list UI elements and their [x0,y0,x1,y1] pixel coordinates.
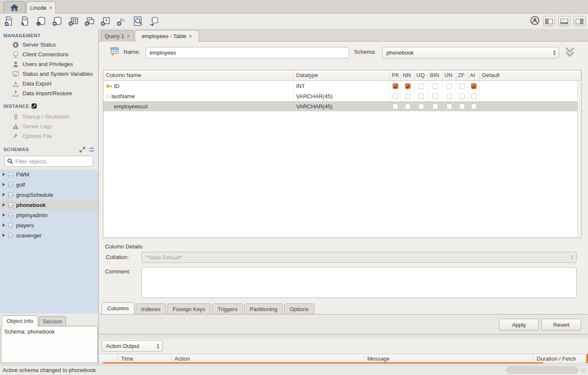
header-datatype[interactable]: Datatype [294,70,390,81]
expand-icon[interactable] [80,147,85,152]
expander-icon[interactable] [3,213,5,217]
table-row-lastname[interactable]: ◇ lastName VARCHAR(45) [103,91,581,101]
sidebar-item-users-privileges[interactable]: Users and Privileges [0,59,98,69]
grid-vertical-scrollbar[interactable] [577,81,581,237]
search-objects-icon[interactable] [132,16,143,27]
tab-object-info[interactable]: Object Info [2,315,38,326]
close-icon[interactable]: × [127,33,130,39]
tab-employees-table[interactable]: employees - Table × [135,30,199,42]
tab-session[interactable]: Session [39,316,66,326]
create-table-icon[interactable] [68,16,79,27]
table-row-id[interactable]: ID INT [103,81,581,91]
column-default[interactable] [480,91,581,101]
apply-button[interactable]: Apply [499,319,539,331]
create-procedure-icon[interactable] [100,16,111,27]
collation-select[interactable]: *Table Default* [141,252,577,263]
toggle-left-panel-button[interactable] [543,16,555,26]
header-message[interactable]: Message [364,354,533,363]
checkbox-un[interactable] [447,94,452,99]
expander-icon[interactable] [3,203,5,207]
column-datatype[interactable]: VARCHAR(45) [294,91,390,101]
tab-options[interactable]: Options [284,303,314,314]
checkbox-un[interactable] [447,104,452,109]
checkbox-uq[interactable] [419,94,424,99]
tab-foreign-keys[interactable]: Foreign Keys [167,303,211,314]
sidebar-item-options-file[interactable]: Options File [0,131,98,141]
header-time[interactable]: Time [118,354,171,363]
sidebar-item-server-status[interactable]: Server Status [0,40,98,50]
horizontal-scrollbar-thumb[interactable] [506,367,578,374]
schema-item-golf[interactable]: golf [0,179,99,190]
checkbox-pk[interactable] [393,104,398,109]
checkbox-uq[interactable] [419,83,424,89]
toggle-bottom-panel-button[interactable] [558,16,570,26]
tab-query-1[interactable]: Query 1 × [101,30,134,41]
checkbox-bin[interactable] [433,83,438,89]
sidebar-item-data-export[interactable]: Data Export [0,79,98,88]
output-splitter[interactable] [99,334,588,339]
checkbox-nn[interactable] [405,83,410,89]
header-bin[interactable]: BIN [428,70,443,81]
schema-item-fwm[interactable]: FWM [0,169,99,179]
checkbox-bin[interactable] [433,94,438,99]
checkbox-zf[interactable] [459,104,465,109]
schema-select[interactable]: phonebook [382,47,559,58]
schema-item-scavenger[interactable]: scavenger [0,230,99,240]
tab-partitioning[interactable]: Partitioning [244,303,283,314]
sidebar-item-startup-shutdown[interactable]: Startup / Shutdown [0,112,98,121]
expand-editor-chevron-icon[interactable] [563,46,576,61]
sidebar-item-client-connections[interactable]: Client Connections [0,50,98,59]
create-view-icon[interactable] [84,16,95,27]
toggle-right-panel-button[interactable] [574,16,585,26]
expander-icon[interactable] [3,193,5,196]
tab-triggers[interactable]: Triggers [212,303,243,314]
column-datatype[interactable]: VARCHAR(45) [294,101,390,111]
sidebar-item-server-logs[interactable]: Server Logs [0,121,98,131]
header-duration-fetch[interactable]: Duration / Fetch [533,354,588,363]
header-nn[interactable]: NN [401,70,415,81]
checkbox-ai[interactable] [471,83,477,89]
column-default[interactable] [480,101,581,111]
new-query-tab-icon[interactable]: SQL [3,16,14,27]
column-default[interactable] [480,81,581,91]
tab-indexes[interactable]: Indexes [136,303,166,314]
checkbox-nn[interactable] [405,94,410,99]
revert-button[interactable]: Revert [541,319,581,331]
schema-item-groupschedule[interactable]: groupSchedule [0,190,99,200]
table-name-input[interactable] [146,47,349,58]
expander-icon[interactable] [3,183,5,186]
comment-textarea[interactable] [141,267,577,298]
checkbox-pk[interactable] [393,94,398,99]
header-pk[interactable]: PK [390,70,401,81]
header-action[interactable]: Action [171,354,364,363]
db-info-icon[interactable]: i [36,16,47,27]
expander-icon[interactable] [3,234,5,237]
table-row-employeescol[interactable]: employeescol VARCHAR(45) [103,101,581,111]
schema-item-players[interactable]: players [0,220,99,230]
header-blank[interactable] [99,354,118,363]
checkbox-zf[interactable] [459,83,465,89]
refresh-icon[interactable] [89,147,95,152]
header-ai[interactable]: AI [468,70,480,81]
header-default[interactable]: Default [480,70,581,81]
home-tab[interactable] [3,1,25,14]
schema-item-phpmyadmin[interactable]: phpmyadmin [0,210,99,220]
schema-filter-input[interactable] [15,158,90,165]
close-icon[interactable]: × [189,33,192,39]
checkbox-ai[interactable] [471,94,477,99]
checkbox-un[interactable] [447,83,452,89]
open-sql-script-icon[interactable]: SQL [19,16,31,27]
expander-icon[interactable] [3,223,5,227]
create-function-icon[interactable]: f() [116,16,127,27]
checkbox-nn[interactable] [405,104,410,109]
sidebar-item-system-variables[interactable]: Status and System Variables [0,69,98,79]
checkbox-ai[interactable] [471,104,477,109]
expander-icon[interactable] [3,173,5,176]
checkbox-pk[interactable] [393,83,398,89]
window-resize-grip[interactable] [581,368,587,373]
reconnect-db-icon[interactable] [148,16,159,27]
create-schema-icon[interactable] [52,16,63,27]
header-uq[interactable]: UQ [415,70,428,81]
connection-tab-linode[interactable]: Linode × [26,1,56,14]
schema-item-phonebook[interactable]: phonebook [0,200,99,210]
